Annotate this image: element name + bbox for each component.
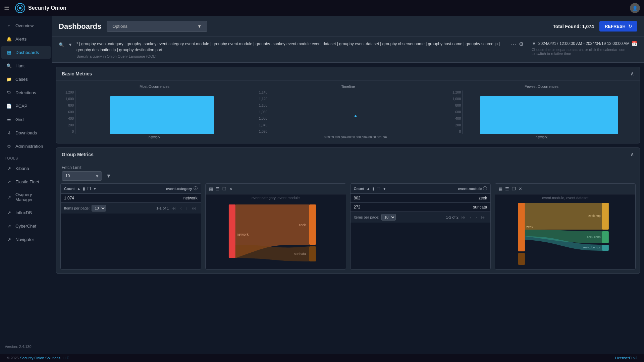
hunt-icon: 🔍 [6,63,12,69]
sidebar-item-dashboards[interactable]: ▦ Dashboards [1,46,51,59]
collapse-icon[interactable]: ∧ [630,151,634,158]
last-page-btn-2[interactable]: ⏭ [480,214,487,221]
user-avatar[interactable]: 👤 [630,3,640,13]
chevron-down-icon-1[interactable]: ▼ [93,186,97,191]
refresh-button[interactable]: REFRESH ↻ [599,21,637,32]
license-link[interactable]: License:ELv2 [615,356,637,360]
sidebar: ⌂ Overview 🔔 Alerts ▦ Dashboards 🔍 Hunt … [0,16,52,354]
logo-icon [15,3,25,13]
page-info-1: 1-1 of 1 [156,206,169,210]
logo: Security Onion [15,3,66,13]
external-icon: ↗ [6,223,12,229]
logo-text: Security Onion [28,5,66,11]
sidebar-item-influxdb[interactable]: ↗ InfluxDB [1,206,51,219]
prev-page-btn-1[interactable]: ‹ [179,205,183,212]
grid-icon: ▦ [6,49,12,55]
settings-icon[interactable]: ⚙ [519,41,524,47]
calendar-icon[interactable]: 📅 [632,41,637,46]
table-row: 1,074 network [61,194,201,203]
more-options-icon[interactable]: ⋯ [511,41,516,47]
expand-icon[interactable]: ▼ [68,42,72,47]
sidebar-item-label: PCAP [15,104,27,109]
next-page-btn-2[interactable]: › [474,214,479,221]
last-page-btn-1[interactable]: ⏭ [190,205,198,212]
sidebar-item-cyberchef[interactable]: ↗ CyberChef [1,220,51,232]
date-range-text[interactable]: 2024/04/17 12:00:00 AM - 2024/04/19 12:0… [538,41,630,46]
chevron-down-icon-2[interactable]: ▼ [382,186,386,191]
sidebar-item-alerts[interactable]: 🔔 Alerts [1,33,51,45]
sankey-chart-1: network zeek suricata [206,201,346,268]
refresh-label: REFRESH [605,24,626,29]
fetch-limit-controls: Fetch Limit 10 25 50 100 ▼ ▼ [56,161,640,183]
grid-view-icon-2[interactable]: ▦ [498,186,502,191]
date-hint: Choose the timespan to search, or click … [532,48,626,56]
svg-rect-7 [309,246,316,261]
fewest-occurrences-bar [480,96,619,134]
sidebar-item-label: Osquery Manager [15,192,46,202]
sidebar-item-osquery-manager[interactable]: ↗ Osquery Manager [1,189,51,205]
most-occurrences-title: Most Occurrences [140,84,169,88]
close-sankey-icon[interactable]: ✕ [229,186,233,191]
fetch-limit-select[interactable]: 10 25 50 100 [62,171,102,181]
collapse-icon[interactable]: ∧ [630,70,634,77]
sidebar-item-label: Hunt [15,63,24,68]
chart-icon-2[interactable]: ▲ [366,186,370,191]
query-hint: Specify a query in Onion Query Language … [76,54,507,58]
sidebar-item-pcap[interactable]: 📄 PCAP [1,100,51,112]
expand-sankey-icon-2[interactable]: ❐ [512,186,516,191]
bar-chart-icon-1[interactable]: ▮ [83,186,85,191]
page-size-select-2[interactable]: 10 [381,214,396,221]
chart-icon-1[interactable]: ▲ [77,186,81,191]
list-view-icon[interactable]: ☰ [216,186,220,191]
next-page-btn-1[interactable]: › [184,205,189,212]
grid-view-icon[interactable]: ▦ [209,186,213,191]
page-header: Dashboards Options ▼ Total Found: 1,074 … [52,16,644,37]
expand-icon-2[interactable]: ❐ [377,186,380,191]
table-icon: ☰ [6,116,12,122]
sidebar-item-administration[interactable]: ⚙ Administration [1,140,51,153]
file-icon: 📄 [6,103,12,109]
section-header-basic-metrics: Basic Metrics ∧ [56,67,640,80]
value-cell: suricata [473,205,487,209]
svg-rect-10 [518,253,525,265]
query-text[interactable]: * | groupby event.category | groupby -sa… [76,41,507,53]
count-header-2: Count [354,187,365,191]
sidebar-item-hunt[interactable]: 🔍 Hunt [1,59,51,72]
sidebar-item-cases[interactable]: 📁 Cases [1,73,51,85]
expand-icon-1[interactable]: ❐ [87,186,91,191]
sidebar-item-detections[interactable]: 🛡 Detections [1,86,51,99]
count-cell: 802 [354,196,361,200]
options-dropdown[interactable]: Options ▼ [107,21,207,32]
svg-rect-14 [602,231,609,243]
prev-page-btn-2[interactable]: ‹ [469,214,473,221]
sidebar-item-grid[interactable]: ☰ Grid [1,113,51,126]
sankey-title-2: event.module, event.dataset [495,194,635,201]
sidebar-item-label: Grid [15,117,24,122]
first-page-btn-2[interactable]: ⏮ [460,214,467,221]
close-sankey-icon-2[interactable]: ✕ [519,186,522,191]
info-icon-2[interactable]: ⓘ [483,186,487,191]
download-icon: ⇩ [6,130,12,136]
fewest-occurrences-chart: Fewest Occurrences 1,200 1,000 800 600 4… [447,84,636,139]
company-link[interactable]: Security Onion Solutions, LLC [20,356,69,360]
sidebar-item-kibana[interactable]: ↗ Kibana [1,162,51,175]
sidebar-item-navigator[interactable]: ↗ Navigator [1,233,51,246]
list-view-icon-2[interactable]: ☰ [505,186,509,191]
query-actions: ⋯ ⚙ [511,41,524,47]
basic-metrics-title: Basic Metrics [62,71,92,76]
filter-icon[interactable]: ▼ [106,173,111,179]
bar-chart-icon-2[interactable]: ▮ [372,186,375,191]
svg-rect-9 [518,203,525,251]
sidebar-item-downloads[interactable]: ⇩ Downloads [1,126,51,139]
menu-icon[interactable]: ☰ [4,4,9,12]
expand-sankey-icon[interactable]: ❐ [222,186,226,191]
sidebar-item-elastic-fleet[interactable]: ↗ Elastic Fleet [1,175,51,188]
query-bar: 🔍 ▼ * | groupby event.category | groupby… [52,37,644,63]
first-page-btn-1[interactable]: ⏮ [170,205,177,212]
footer: © 2025 Security Onion Solutions, LLC Lic… [0,354,644,362]
sidebar-item-overview[interactable]: ⌂ Overview [1,19,51,32]
most-xlabel: network [149,135,160,139]
page-size-select-1[interactable]: 10 [92,205,106,212]
metrics-grid: Most Occurrences 1,200 1,000 800 600 400… [60,84,636,139]
info-icon-1[interactable]: ⓘ [194,186,198,191]
